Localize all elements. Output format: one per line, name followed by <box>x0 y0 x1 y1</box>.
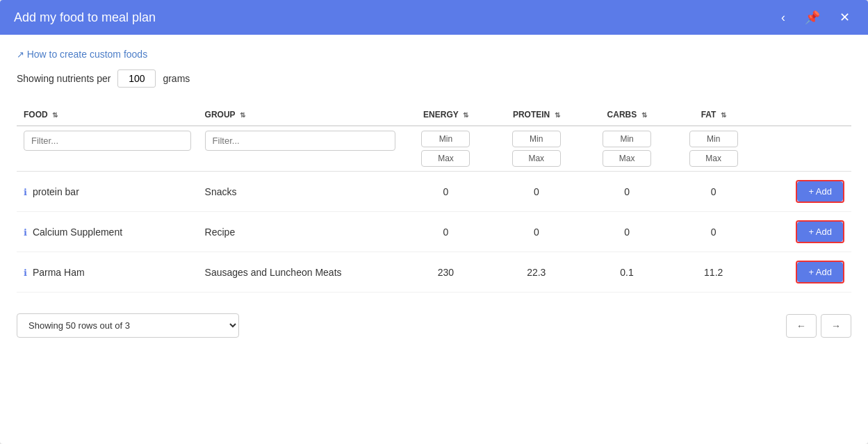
protein-min-button[interactable]: Min <box>512 131 561 147</box>
footer-row: Showing 50 rows out of 3Showing 25 rows … <box>17 306 851 338</box>
food-table: FOOD ⇅ GROUP ⇅ ENERGY ⇅ PROTEIN ⇅ <box>17 104 851 293</box>
fat-cell: 0 <box>670 212 757 252</box>
close-button[interactable]: ✕ <box>835 10 854 25</box>
group-filter-cell <box>198 126 403 172</box>
add-button-wrap: + Add <box>796 180 844 203</box>
energy-cell: 0 <box>402 212 489 252</box>
titlebar-controls: ‹ 📌 ✕ <box>777 10 854 25</box>
group-cell: Recipe <box>198 212 403 252</box>
energy-cell: 230 <box>402 252 489 293</box>
nutrients-row: Showing nutrients per grams <box>17 69 851 88</box>
custom-foods-link[interactable]: How to create custom foods <box>17 49 147 60</box>
protein-cell: 0 <box>489 212 584 252</box>
pin-button[interactable]: 📌 <box>801 10 824 25</box>
group-cell: Sausages and Luncheon Meats <box>198 252 403 293</box>
food-cell: ℹ Calcium Supplement <box>17 212 198 252</box>
action-cell: + Add <box>757 212 851 252</box>
fat-minmax-cell: Min Max <box>670 126 757 172</box>
energy-max-button[interactable]: Max <box>421 150 470 167</box>
info-icon[interactable]: ℹ <box>24 268 27 278</box>
sort-icon-energy: ⇅ <box>463 111 468 119</box>
titlebar: Add my food to meal plan ‹ 📌 ✕ <box>0 0 868 35</box>
info-icon[interactable]: ℹ <box>24 187 27 197</box>
info-icon[interactable]: ℹ <box>24 227 27 238</box>
carbs-max-button[interactable]: Max <box>603 150 651 167</box>
minmax-row: Min Max Min Max Min Max <box>17 126 851 172</box>
col-header-energy[interactable]: ENERGY ⇅ <box>402 104 489 126</box>
prev-page-button[interactable]: ← <box>786 314 817 338</box>
food-name: Parma Ham <box>33 267 85 278</box>
carbs-minmax-cell: Min Max <box>584 126 671 172</box>
sort-icon-protein: ⇅ <box>555 111 560 119</box>
window-title: Add my food to meal plan <box>14 10 156 25</box>
sort-icon-fat: ⇅ <box>721 111 726 119</box>
table-header-row: FOOD ⇅ GROUP ⇅ ENERGY ⇅ PROTEIN ⇅ <box>17 104 851 126</box>
carbs-cell: 0 <box>584 212 671 252</box>
energy-cell: 0 <box>402 172 489 212</box>
protein-minmax-cell: Min Max <box>489 126 584 172</box>
food-filter-cell <box>17 126 198 172</box>
nutrients-input[interactable] <box>117 69 156 88</box>
group-cell: Snacks <box>198 172 403 212</box>
col-header-action <box>757 104 851 126</box>
add-button-wrap: + Add <box>796 220 844 243</box>
fat-max-button[interactable]: Max <box>689 150 738 167</box>
next-page-button[interactable]: → <box>821 314 851 338</box>
table-row: ℹ protein bar Snacks 0 0 0 0 + Add <box>17 172 851 212</box>
main-content: How to create custom foods Showing nutri… <box>0 35 868 352</box>
col-header-protein[interactable]: PROTEIN ⇅ <box>489 104 584 126</box>
action-cell: + Add <box>757 172 851 212</box>
table-row: ℹ Parma Ham Sausages and Luncheon Meats … <box>17 252 851 293</box>
table-row: ℹ Calcium Supplement Recipe 0 0 0 0 + Ad… <box>17 212 851 252</box>
col-header-food[interactable]: FOOD ⇅ <box>17 104 198 126</box>
sort-icon-group: ⇅ <box>240 111 245 119</box>
add-button-wrap: + Add <box>796 261 844 283</box>
fat-cell: 11.2 <box>670 252 757 293</box>
protein-cell: 22.3 <box>489 252 584 293</box>
action-minmax-cell <box>757 126 851 172</box>
nutrients-label: Showing nutrients per <box>17 73 110 84</box>
add-button[interactable]: + Add <box>797 262 843 282</box>
col-header-carbs[interactable]: CARBS ⇅ <box>584 104 671 126</box>
back-button[interactable]: ‹ <box>777 10 789 25</box>
col-header-fat[interactable]: FAT ⇅ <box>670 104 757 126</box>
sort-icon-carbs: ⇅ <box>641 111 647 119</box>
table-body: ℹ protein bar Snacks 0 0 0 0 + Add ℹ Cal… <box>17 172 851 293</box>
food-filter-input[interactable] <box>24 131 191 151</box>
food-cell: ℹ protein bar <box>17 172 198 212</box>
page-controls: ← → <box>786 314 851 338</box>
group-filter-input[interactable] <box>205 131 396 151</box>
protein-cell: 0 <box>489 172 584 212</box>
add-button[interactable]: + Add <box>797 222 843 242</box>
carbs-min-button[interactable]: Min <box>603 131 651 147</box>
col-header-group[interactable]: GROUP ⇅ <box>198 104 403 126</box>
sort-icon-food: ⇅ <box>52 111 58 119</box>
fat-cell: 0 <box>670 172 757 212</box>
carbs-cell: 0.1 <box>584 252 671 293</box>
nutrients-unit: grams <box>163 73 190 84</box>
carbs-cell: 0 <box>584 172 671 212</box>
food-name: protein bar <box>33 186 79 197</box>
rows-select[interactable]: Showing 50 rows out of 3Showing 25 rows … <box>17 313 239 338</box>
add-button[interactable]: + Add <box>797 181 843 202</box>
energy-minmax-cell: Min Max <box>402 126 489 172</box>
protein-max-button[interactable]: Max <box>512 150 561 167</box>
food-name: Calcium Supplement <box>33 227 122 238</box>
action-cell: + Add <box>757 252 851 293</box>
fat-min-button[interactable]: Min <box>689 131 738 147</box>
link-row: How to create custom foods <box>17 49 851 60</box>
food-cell: ℹ Parma Ham <box>17 252 198 293</box>
energy-min-button[interactable]: Min <box>421 131 470 147</box>
